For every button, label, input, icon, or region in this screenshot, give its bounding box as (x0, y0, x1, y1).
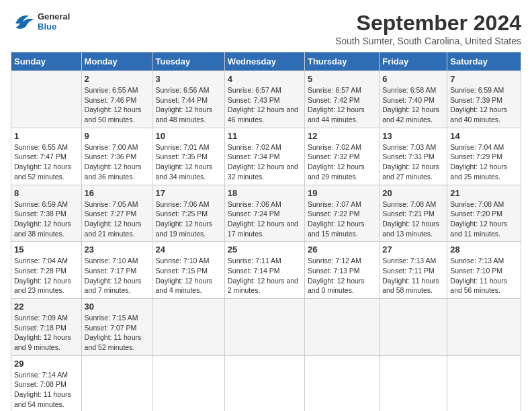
day-info: Sunrise: 6:58 AMSunset: 7:40 PMDaylight:… (382, 85, 444, 125)
day-number: 21 (450, 188, 518, 198)
title-area: September 2024 South Sumter, South Carol… (335, 11, 521, 46)
page-subtitle: South Sumter, South Carolina, United Sta… (335, 36, 521, 46)
logo: General Blue (11, 11, 70, 32)
day-number: 24 (155, 244, 221, 255)
day-number: 18 (228, 188, 302, 198)
day-info: Sunrise: 6:55 AMSunset: 7:47 PMDaylight:… (14, 142, 79, 182)
calendar-cell: 20Sunrise: 7:08 AMSunset: 7:21 PMDayligh… (380, 185, 447, 242)
day-info: Sunrise: 7:01 AMSunset: 7:35 PMDaylight:… (155, 142, 221, 182)
calendar-cell (447, 355, 521, 411)
day-info: Sunrise: 7:08 AMSunset: 7:21 PMDaylight:… (382, 199, 444, 239)
calendar-cell (11, 71, 82, 128)
day-number: 14 (450, 131, 518, 141)
day-info: Sunrise: 6:55 AMSunset: 7:46 PMDaylight:… (85, 85, 150, 125)
calendar-cell: 26Sunrise: 7:12 AMSunset: 7:13 PMDayligh… (304, 242, 379, 299)
calendar-cell: 4Sunrise: 6:57 AMSunset: 7:43 PMDaylight… (224, 71, 304, 128)
day-number: 23 (85, 244, 150, 255)
header: General Blue September 2024 South Sumter… (11, 11, 521, 46)
column-header-friday: Friday (380, 52, 447, 71)
column-header-wednesday: Wednesday (224, 52, 304, 71)
calendar-cell (224, 299, 304, 356)
day-number: 16 (85, 188, 150, 198)
column-header-thursday: Thursday (304, 52, 379, 71)
day-number: 20 (382, 188, 444, 198)
calendar-week-3: 8Sunrise: 6:59 AMSunset: 7:38 PMDaylight… (11, 185, 521, 242)
day-info: Sunrise: 7:02 AMSunset: 7:32 PMDaylight:… (308, 142, 376, 182)
day-info: Sunrise: 7:06 AMSunset: 7:25 PMDaylight:… (155, 199, 221, 239)
day-info: Sunrise: 6:59 AMSunset: 7:38 PMDaylight:… (14, 199, 79, 239)
calendar-cell: 5Sunrise: 6:57 AMSunset: 7:42 PMDaylight… (304, 71, 379, 128)
day-number: 12 (308, 131, 376, 141)
day-number: 22 (14, 302, 79, 312)
calendar-cell (224, 355, 304, 411)
column-header-saturday: Saturday (447, 52, 521, 71)
day-number: 28 (450, 244, 518, 255)
day-number: 3 (155, 74, 221, 84)
day-number: 15 (14, 244, 79, 255)
day-info: Sunrise: 7:11 AMSunset: 7:14 PMDaylight:… (228, 256, 302, 295)
day-info: Sunrise: 7:10 AMSunset: 7:15 PMDaylight:… (155, 256, 221, 295)
calendar-week-5: 22Sunrise: 7:09 AMSunset: 7:18 PMDayligh… (11, 299, 521, 356)
day-info: Sunrise: 6:56 AMSunset: 7:44 PMDaylight:… (155, 85, 221, 125)
day-number: 9 (85, 131, 150, 141)
calendar-cell: 6Sunrise: 6:58 AMSunset: 7:40 PMDaylight… (380, 71, 447, 128)
day-info: Sunrise: 7:13 AMSunset: 7:10 PMDaylight:… (450, 256, 518, 295)
day-number: 29 (14, 359, 79, 369)
day-info: Sunrise: 6:57 AMSunset: 7:43 PMDaylight:… (228, 85, 302, 125)
calendar-cell: 2Sunrise: 6:55 AMSunset: 7:46 PMDaylight… (81, 71, 152, 128)
page-title: September 2024 (335, 11, 521, 36)
calendar-cell (152, 355, 224, 411)
calendar-cell: 18Sunrise: 7:06 AMSunset: 7:24 PMDayligh… (224, 185, 304, 242)
day-number: 11 (228, 131, 302, 141)
calendar-cell: 27Sunrise: 7:13 AMSunset: 7:11 PMDayligh… (380, 242, 447, 299)
calendar-cell: 17Sunrise: 7:06 AMSunset: 7:25 PMDayligh… (152, 185, 224, 242)
calendar-cell: 3Sunrise: 6:56 AMSunset: 7:44 PMDaylight… (152, 71, 224, 128)
day-info: Sunrise: 6:59 AMSunset: 7:39 PMDaylight:… (450, 85, 518, 125)
calendar-cell: 16Sunrise: 7:05 AMSunset: 7:27 PMDayligh… (81, 185, 152, 242)
calendar-cell (152, 299, 224, 356)
day-info: Sunrise: 7:12 AMSunset: 7:13 PMDaylight:… (308, 256, 376, 295)
logo-icon (11, 11, 35, 32)
day-info: Sunrise: 7:04 AMSunset: 7:29 PMDaylight:… (450, 142, 518, 182)
column-header-monday: Monday (81, 52, 152, 71)
day-number: 30 (85, 302, 150, 312)
day-number: 25 (228, 244, 302, 255)
column-header-tuesday: Tuesday (152, 52, 224, 71)
calendar-cell: 1Sunrise: 6:55 AMSunset: 7:47 PMDaylight… (11, 128, 82, 185)
calendar-cell: 21Sunrise: 7:08 AMSunset: 7:20 PMDayligh… (447, 185, 521, 242)
day-number: 6 (382, 74, 444, 84)
column-header-sunday: Sunday (11, 52, 82, 71)
day-number: 5 (308, 74, 376, 84)
calendar-cell: 19Sunrise: 7:07 AMSunset: 7:22 PMDayligh… (304, 185, 379, 242)
day-info: Sunrise: 7:02 AMSunset: 7:34 PMDaylight:… (228, 142, 302, 182)
calendar-week-6: 29Sunrise: 7:14 AMSunset: 7:08 PMDayligh… (11, 355, 521, 411)
day-info: Sunrise: 7:07 AMSunset: 7:22 PMDaylight:… (308, 199, 376, 239)
day-number: 17 (155, 188, 221, 198)
calendar-cell: 10Sunrise: 7:01 AMSunset: 7:35 PMDayligh… (152, 128, 224, 185)
calendar-week-1: 2Sunrise: 6:55 AMSunset: 7:46 PMDaylight… (11, 71, 521, 128)
calendar-cell: 25Sunrise: 7:11 AMSunset: 7:14 PMDayligh… (224, 242, 304, 299)
calendar-cell: 24Sunrise: 7:10 AMSunset: 7:15 PMDayligh… (152, 242, 224, 299)
calendar-cell: 30Sunrise: 7:15 AMSunset: 7:07 PMDayligh… (81, 299, 152, 356)
calendar-cell: 8Sunrise: 6:59 AMSunset: 7:38 PMDaylight… (11, 185, 82, 242)
calendar-cell: 29Sunrise: 7:14 AMSunset: 7:08 PMDayligh… (11, 355, 82, 411)
calendar-cell: 7Sunrise: 6:59 AMSunset: 7:39 PMDaylight… (447, 71, 521, 128)
day-number: 19 (308, 188, 376, 198)
day-info: Sunrise: 7:10 AMSunset: 7:17 PMDaylight:… (85, 256, 150, 295)
calendar-cell: 22Sunrise: 7:09 AMSunset: 7:18 PMDayligh… (11, 299, 82, 356)
calendar-table: SundayMondayTuesdayWednesdayThursdayFrid… (11, 52, 521, 411)
day-info: Sunrise: 6:57 AMSunset: 7:42 PMDaylight:… (308, 85, 376, 125)
day-info: Sunrise: 7:03 AMSunset: 7:31 PMDaylight:… (382, 142, 444, 182)
calendar-cell: 14Sunrise: 7:04 AMSunset: 7:29 PMDayligh… (447, 128, 521, 185)
calendar-cell: 11Sunrise: 7:02 AMSunset: 7:34 PMDayligh… (224, 128, 304, 185)
day-number: 27 (382, 244, 444, 255)
calendar-week-4: 15Sunrise: 7:04 AMSunset: 7:28 PMDayligh… (11, 242, 521, 299)
day-number: 7 (450, 74, 518, 84)
day-number: 1 (14, 131, 79, 141)
day-info: Sunrise: 7:14 AMSunset: 7:08 PMDaylight:… (14, 370, 79, 410)
calendar-cell (81, 355, 152, 411)
day-number: 8 (14, 188, 79, 198)
calendar-cell (380, 299, 447, 356)
day-info: Sunrise: 7:13 AMSunset: 7:11 PMDaylight:… (382, 256, 444, 295)
day-info: Sunrise: 7:04 AMSunset: 7:28 PMDaylight:… (14, 256, 79, 295)
